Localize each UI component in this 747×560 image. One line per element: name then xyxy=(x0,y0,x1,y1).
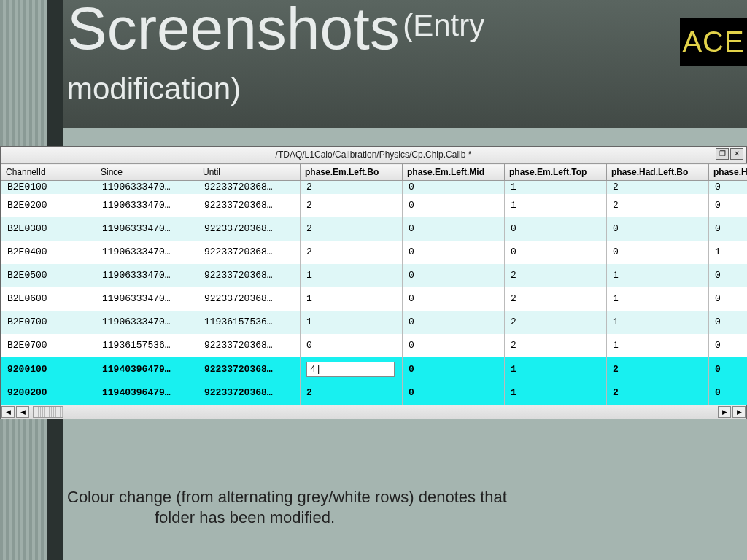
table-cell[interactable] xyxy=(301,357,403,381)
table-cell[interactable]: B2E0700 xyxy=(1,334,96,357)
table-cell[interactable]: 0 xyxy=(403,217,505,241)
column-header[interactable]: Since xyxy=(96,164,198,181)
splitter-handle[interactable] xyxy=(33,406,63,418)
window-titlebar[interactable]: /TDAQ/L1Calo/Calibration/Physics/Cp.Chip… xyxy=(1,147,746,163)
column-header[interactable]: phase.Em.Left.Bo xyxy=(301,164,403,181)
table-cell[interactable]: 92233720368… xyxy=(198,264,301,287)
table-cell[interactable]: 1 xyxy=(301,311,403,334)
table-cell[interactable]: 92233720368… xyxy=(198,181,301,194)
table-cell[interactable]: 11936157536… xyxy=(96,334,198,357)
table-cell[interactable]: B2E0500 xyxy=(1,264,96,287)
table-cell[interactable]: 92233720368… xyxy=(198,217,301,241)
table-cell[interactable]: 0 xyxy=(403,241,505,264)
table-cell[interactable]: B2E0300 xyxy=(1,217,96,241)
table-cell[interactable]: 0 xyxy=(403,381,505,405)
table-cell[interactable]: 11906333470… xyxy=(96,311,198,334)
table-cell[interactable]: 0 xyxy=(403,287,505,311)
table-cell[interactable]: B2E0700 xyxy=(1,311,96,334)
table-cell[interactable]: 2 xyxy=(607,194,709,217)
table-cell[interactable]: 0 xyxy=(403,194,505,217)
table-cell[interactable]: 0 xyxy=(403,181,505,194)
scroll-right-end-icon[interactable]: ▶ xyxy=(732,406,746,418)
table-cell[interactable]: 0 xyxy=(607,241,709,264)
table-row[interactable]: B2E060011906333470…92233720368…10210 xyxy=(1,287,748,311)
table-cell[interactable]: 0 xyxy=(607,217,709,241)
table-cell[interactable]: 92233720368… xyxy=(198,241,301,264)
table-cell[interactable]: 0 xyxy=(709,334,748,357)
table-row[interactable]: B2E050011906333470…92233720368…10210 xyxy=(1,264,748,287)
table-cell[interactable]: 0 xyxy=(709,264,748,287)
table-row[interactable]: B2E070011936157536…92233720368…00210 xyxy=(1,334,748,357)
table-row[interactable]: B2E010011906333470…92233720368…20120 xyxy=(1,181,748,194)
table-row[interactable]: B2E020011906333470…92233720368…20120 xyxy=(1,194,748,217)
table-cell[interactable]: 1 xyxy=(709,241,748,264)
table-cell[interactable]: 0 xyxy=(505,217,607,241)
table-cell[interactable]: 2 xyxy=(301,217,403,241)
column-header[interactable]: phase.Em.Left.Top xyxy=(505,164,607,181)
table-row[interactable]: B2E030011906333470…92233720368…20000 xyxy=(1,217,748,241)
table-cell[interactable]: 0 xyxy=(709,181,748,194)
table-cell[interactable]: 2 xyxy=(607,357,709,381)
table-cell[interactable]: 92233720368… xyxy=(198,194,301,217)
table-cell[interactable]: 2 xyxy=(505,334,607,357)
table-cell[interactable]: 92233720368… xyxy=(198,334,301,357)
table-cell[interactable]: 0 xyxy=(301,334,403,357)
table-cell[interactable]: 1 xyxy=(607,264,709,287)
table-cell[interactable]: 1 xyxy=(505,357,607,381)
table-cell[interactable]: 2 xyxy=(505,287,607,311)
table-cell[interactable]: 2 xyxy=(301,194,403,217)
cell-edit-input[interactable] xyxy=(306,362,395,377)
table-cell[interactable]: 11906333470… xyxy=(96,287,198,311)
table-row[interactable]: 920020011940396479…92233720368…20120 xyxy=(1,381,748,405)
table-cell[interactable]: 2 xyxy=(301,181,403,194)
table-row[interactable]: B2E040011906333470…92233720368…20001 xyxy=(1,241,748,264)
table-cell[interactable]: 2 xyxy=(607,181,709,194)
table-cell[interactable]: 92233720368… xyxy=(198,287,301,311)
table-cell[interactable]: 2 xyxy=(607,381,709,405)
column-header[interactable]: ChannelId xyxy=(1,164,96,181)
table-cell[interactable]: 11906333470… xyxy=(96,194,198,217)
table-cell[interactable]: 2 xyxy=(505,264,607,287)
table-cell[interactable]: 11906333470… xyxy=(96,241,198,264)
table-cell[interactable]: 0 xyxy=(403,311,505,334)
table-cell[interactable]: 1 xyxy=(607,311,709,334)
table-cell[interactable]: 92233720368… xyxy=(198,357,301,381)
column-header[interactable]: Until xyxy=(198,164,301,181)
table-cell[interactable]: 0 xyxy=(403,334,505,357)
table-cell[interactable]: 11906333470… xyxy=(96,217,198,241)
table-cell[interactable]: B2E0100 xyxy=(1,181,96,194)
table-cell[interactable]: 1 xyxy=(505,381,607,405)
table-row[interactable]: B2E070011906333470…11936157536…10210 xyxy=(1,311,748,334)
scroll-right-icon[interactable]: ▶ xyxy=(718,406,731,418)
table-cell[interactable]: 1 xyxy=(301,264,403,287)
table-cell[interactable]: 1 xyxy=(505,181,607,194)
table-cell[interactable]: 0 xyxy=(403,357,505,381)
table-cell[interactable]: 1 xyxy=(301,287,403,311)
scroll-left-icon[interactable]: ◀ xyxy=(16,406,29,418)
table-cell[interactable]: 92233720368… xyxy=(198,381,301,405)
table-cell[interactable]: 2 xyxy=(301,241,403,264)
table-cell[interactable]: 1 xyxy=(607,287,709,311)
column-header[interactable]: phase.Em.Left.Mid xyxy=(403,164,505,181)
column-header[interactable]: phase.Had.Left.Bo xyxy=(607,164,709,181)
table-cell[interactable]: 11906333470… xyxy=(96,264,198,287)
table-cell[interactable]: 0 xyxy=(709,381,748,405)
window-maximize-icon[interactable]: ❐ xyxy=(716,148,729,160)
table-cell[interactable]: B2E0400 xyxy=(1,241,96,264)
table-cell[interactable]: 0 xyxy=(709,311,748,334)
table-cell[interactable]: 11906333470… xyxy=(96,181,198,194)
table-cell[interactable]: 0 xyxy=(709,194,748,217)
table-cell[interactable]: 0 xyxy=(709,217,748,241)
table-cell[interactable]: 11936157536… xyxy=(198,311,301,334)
table-cell[interactable]: 11940396479… xyxy=(96,381,198,405)
table-cell[interactable]: 9200200 xyxy=(1,381,96,405)
scroll-left-start-icon[interactable]: ◀ xyxy=(1,406,15,418)
table-cell[interactable]: 1 xyxy=(607,334,709,357)
table-cell[interactable]: 0 xyxy=(403,264,505,287)
table-cell[interactable]: B2E0600 xyxy=(1,287,96,311)
table-cell[interactable]: 11940396479… xyxy=(96,357,198,381)
window-close-icon[interactable]: ✕ xyxy=(730,148,743,160)
table-cell[interactable]: 9200100 xyxy=(1,357,96,381)
table-cell[interactable]: 0 xyxy=(709,287,748,311)
column-header[interactable]: phase.H xyxy=(709,164,748,181)
